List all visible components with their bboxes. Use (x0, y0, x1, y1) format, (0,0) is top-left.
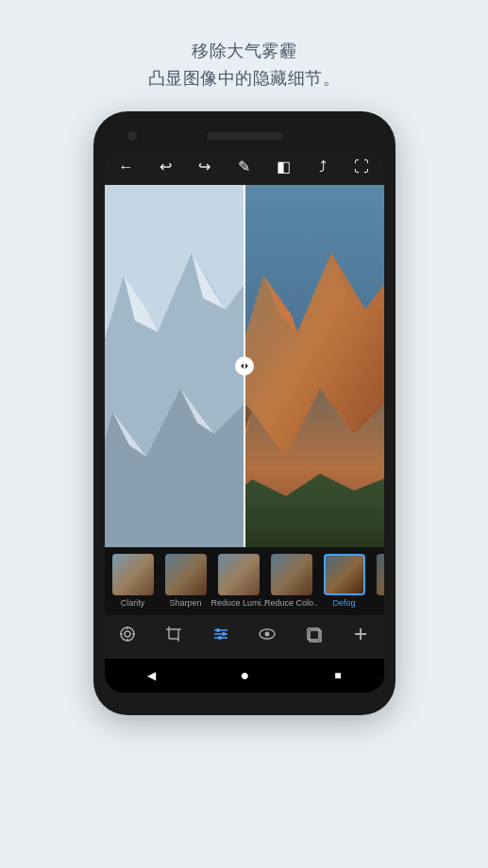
expand-icon[interactable]: ⛶ (351, 159, 372, 175)
phone-camera (127, 131, 137, 141)
svg-marker-17 (241, 363, 244, 369)
divider-handle[interactable] (235, 357, 254, 376)
bottom-nav (105, 615, 384, 659)
thumb-color-img (271, 554, 312, 595)
back-icon[interactable]: ← (116, 159, 137, 175)
thumb-clarity-img (112, 554, 154, 595)
layers-nav-icon[interactable] (296, 625, 330, 648)
system-nav-bar: ◀ ● ■ (105, 659, 384, 693)
svg-point-19 (121, 627, 134, 641)
thumb-reduce-color[interactable]: Reduce Colo.. (267, 554, 316, 608)
filter-nav-icon[interactable] (110, 625, 144, 648)
heal-nav-icon[interactable] (344, 625, 378, 648)
image-before (105, 185, 244, 547)
thumb-sharpen-label: Sharpen (169, 598, 201, 608)
svg-marker-18 (245, 363, 248, 369)
thumb-reduce-lumi[interactable]: Reduce Lumi.. (214, 554, 263, 608)
thumb-e-img (377, 554, 384, 595)
svg-point-20 (125, 631, 130, 637)
svg-point-34 (222, 632, 226, 636)
header-line2: 凸显图像中的隐藏细节。 (148, 65, 341, 92)
thumb-color-label: Reduce Colo.. (264, 598, 318, 608)
edit-icon[interactable]: ✎ (233, 158, 254, 175)
compare-icon[interactable]: ◧ (273, 158, 294, 175)
share-icon[interactable]: ⤴ (312, 159, 333, 175)
phone-device: ← ↩ ↪ ✎ ◧ ⤴ ⛶ (93, 111, 395, 715)
preview-nav-icon[interactable] (250, 625, 284, 648)
thumb-lumi-label: Reduce Lumi.. (210, 598, 265, 608)
thumb-defog[interactable]: Defog (320, 554, 369, 608)
redo-icon[interactable]: ↪ (194, 158, 215, 175)
recent-system-btn[interactable]: ■ (334, 669, 341, 682)
svg-point-35 (218, 636, 222, 640)
adjust-nav-icon[interactable] (204, 625, 238, 648)
thumb-sharpen[interactable]: Sharpen (161, 554, 210, 608)
filter-thumbnails-strip: Clarity Sharpen Reduce Lumi.. Reduce Col… (105, 547, 384, 615)
comparison-divider[interactable] (244, 185, 245, 547)
app-toolbar: ← ↩ ↪ ✎ ◧ ⤴ ⛶ (105, 149, 384, 185)
thumb-e[interactable]: E (373, 554, 384, 608)
thumb-defog-img (324, 554, 365, 595)
back-system-btn[interactable]: ◀ (147, 669, 156, 682)
svg-point-37 (265, 632, 270, 637)
svg-point-33 (216, 628, 220, 632)
image-comparison-area (105, 185, 384, 547)
thumb-clarity-label: Clarity (121, 598, 145, 608)
crop-nav-icon[interactable] (157, 625, 191, 648)
thumb-clarity[interactable]: Clarity (109, 554, 158, 608)
thumb-defog-label: Defog (332, 598, 355, 608)
thumb-sharpen-img (165, 554, 207, 595)
header-text-block: 移除大气雾霾 凸显图像中的隐藏细节。 (148, 38, 341, 92)
phone-speaker (207, 132, 282, 140)
header-line1: 移除大气雾霾 (148, 38, 341, 65)
image-after (244, 185, 384, 547)
thumb-lumi-img (218, 554, 260, 595)
phone-top-bar (105, 123, 384, 149)
home-system-btn[interactable]: ● (241, 667, 250, 684)
phone-screen: ← ↩ ↪ ✎ ◧ ⤴ ⛶ (105, 149, 384, 693)
undo-icon[interactable]: ↩ (155, 158, 176, 175)
svg-rect-25 (169, 629, 178, 639)
